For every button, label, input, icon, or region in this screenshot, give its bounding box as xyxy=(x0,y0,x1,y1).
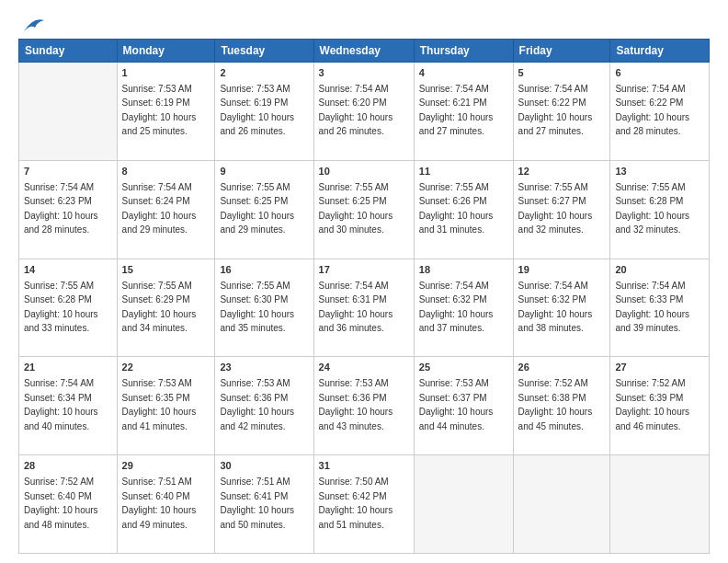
calendar-header-row: SundayMondayTuesdayWednesdayThursdayFrid… xyxy=(19,40,710,63)
day-info: Sunrise: 7:54 AM Sunset: 6:34 PM Dayligh… xyxy=(24,378,98,431)
day-number: 11 xyxy=(419,165,508,179)
calendar-cell xyxy=(513,455,610,554)
calendar-cell: 21Sunrise: 7:54 AM Sunset: 6:34 PM Dayli… xyxy=(19,357,118,455)
day-info: Sunrise: 7:55 AM Sunset: 6:30 PM Dayligh… xyxy=(220,281,294,334)
day-info: Sunrise: 7:52 AM Sunset: 6:40 PM Dayligh… xyxy=(24,477,98,530)
day-info: Sunrise: 7:54 AM Sunset: 6:21 PM Dayligh… xyxy=(419,84,494,137)
calendar-cell: 19Sunrise: 7:54 AM Sunset: 6:32 PM Dayli… xyxy=(513,259,610,357)
calendar-cell: 27Sunrise: 7:52 AM Sunset: 6:39 PM Dayli… xyxy=(610,357,710,455)
page: SundayMondayTuesdayWednesdayThursdayFrid… xyxy=(0,0,728,563)
calendar-cell xyxy=(610,455,710,554)
day-number: 8 xyxy=(122,165,210,179)
calendar-cell: 29Sunrise: 7:51 AM Sunset: 6:40 PM Dayli… xyxy=(117,455,215,554)
day-number: 31 xyxy=(319,459,409,474)
calendar-cell: 8Sunrise: 7:54 AM Sunset: 6:24 PM Daylig… xyxy=(117,160,215,259)
calendar-cell: 11Sunrise: 7:55 AM Sunset: 6:26 PM Dayli… xyxy=(414,160,513,259)
calendar-cell: 22Sunrise: 7:53 AM Sunset: 6:35 PM Dayli… xyxy=(117,357,215,455)
day-info: Sunrise: 7:55 AM Sunset: 6:27 PM Dayligh… xyxy=(518,182,593,236)
day-number: 18 xyxy=(419,263,508,278)
day-info: Sunrise: 7:54 AM Sunset: 6:32 PM Dayligh… xyxy=(518,281,593,334)
calendar-cell: 30Sunrise: 7:51 AM Sunset: 6:41 PM Dayli… xyxy=(215,455,313,554)
day-number: 2 xyxy=(220,66,308,81)
calendar-cell: 14Sunrise: 7:55 AM Sunset: 6:28 PM Dayli… xyxy=(19,259,118,357)
day-info: Sunrise: 7:54 AM Sunset: 6:33 PM Dayligh… xyxy=(615,281,689,334)
day-number: 26 xyxy=(518,361,606,375)
calendar-table: SundayMondayTuesdayWednesdayThursdayFrid… xyxy=(18,39,710,554)
calendar-week-1: 1Sunrise: 7:53 AM Sunset: 6:19 PM Daylig… xyxy=(19,63,710,161)
day-info: Sunrise: 7:55 AM Sunset: 6:29 PM Dayligh… xyxy=(122,281,197,334)
calendar-cell: 28Sunrise: 7:52 AM Sunset: 6:40 PM Dayli… xyxy=(19,455,118,554)
day-number: 27 xyxy=(615,361,704,375)
day-number: 21 xyxy=(24,361,112,375)
day-info: Sunrise: 7:54 AM Sunset: 6:20 PM Dayligh… xyxy=(319,84,393,137)
calendar-cell: 17Sunrise: 7:54 AM Sunset: 6:31 PM Dayli… xyxy=(313,259,414,357)
day-header-saturday: Saturday xyxy=(610,40,710,63)
day-info: Sunrise: 7:52 AM Sunset: 6:38 PM Dayligh… xyxy=(518,378,593,431)
day-header-thursday: Thursday xyxy=(414,40,513,63)
calendar-cell: 4Sunrise: 7:54 AM Sunset: 6:21 PM Daylig… xyxy=(414,63,513,161)
day-number: 17 xyxy=(319,263,409,278)
day-number: 19 xyxy=(518,263,606,278)
calendar-cell: 1Sunrise: 7:53 AM Sunset: 6:19 PM Daylig… xyxy=(117,63,215,161)
day-number: 1 xyxy=(122,66,210,81)
header xyxy=(18,15,710,29)
calendar-cell: 13Sunrise: 7:55 AM Sunset: 6:28 PM Dayli… xyxy=(610,160,710,259)
calendar-cell: 2Sunrise: 7:53 AM Sunset: 6:19 PM Daylig… xyxy=(215,63,313,161)
day-number: 12 xyxy=(518,165,606,179)
day-number: 5 xyxy=(518,66,606,81)
day-info: Sunrise: 7:53 AM Sunset: 6:19 PM Dayligh… xyxy=(122,84,197,137)
calendar-cell: 5Sunrise: 7:54 AM Sunset: 6:22 PM Daylig… xyxy=(513,63,610,161)
calendar-week-5: 28Sunrise: 7:52 AM Sunset: 6:40 PM Dayli… xyxy=(19,455,710,554)
calendar-cell: 20Sunrise: 7:54 AM Sunset: 6:33 PM Dayli… xyxy=(610,259,710,357)
day-info: Sunrise: 7:51 AM Sunset: 6:40 PM Dayligh… xyxy=(122,477,197,530)
day-info: Sunrise: 7:54 AM Sunset: 6:22 PM Dayligh… xyxy=(615,84,689,137)
day-number: 23 xyxy=(220,361,308,375)
day-info: Sunrise: 7:53 AM Sunset: 6:19 PM Dayligh… xyxy=(220,84,294,137)
day-number: 14 xyxy=(24,263,112,278)
day-info: Sunrise: 7:54 AM Sunset: 6:23 PM Dayligh… xyxy=(24,182,98,236)
logo xyxy=(18,15,46,29)
calendar-cell: 26Sunrise: 7:52 AM Sunset: 6:38 PM Dayli… xyxy=(513,357,610,455)
calendar-week-2: 7Sunrise: 7:54 AM Sunset: 6:23 PM Daylig… xyxy=(19,160,710,259)
day-number: 10 xyxy=(319,165,409,179)
day-number: 15 xyxy=(122,263,210,278)
day-header-tuesday: Tuesday xyxy=(215,40,313,63)
day-number: 29 xyxy=(122,459,210,474)
calendar-cell: 24Sunrise: 7:53 AM Sunset: 6:36 PM Dayli… xyxy=(313,357,414,455)
calendar-cell: 23Sunrise: 7:53 AM Sunset: 6:36 PM Dayli… xyxy=(215,357,313,455)
day-number: 30 xyxy=(220,459,308,474)
calendar-cell: 12Sunrise: 7:55 AM Sunset: 6:27 PM Dayli… xyxy=(513,160,610,259)
day-number: 9 xyxy=(220,165,308,179)
calendar-cell: 7Sunrise: 7:54 AM Sunset: 6:23 PM Daylig… xyxy=(19,160,118,259)
day-number: 22 xyxy=(122,361,210,375)
day-number: 20 xyxy=(615,263,704,278)
day-number: 16 xyxy=(220,263,308,278)
day-number: 13 xyxy=(615,165,704,179)
day-info: Sunrise: 7:53 AM Sunset: 6:36 PM Dayligh… xyxy=(319,378,393,431)
day-number: 28 xyxy=(24,459,112,474)
calendar-cell: 25Sunrise: 7:53 AM Sunset: 6:37 PM Dayli… xyxy=(414,357,513,455)
calendar-cell: 31Sunrise: 7:50 AM Sunset: 6:42 PM Dayli… xyxy=(313,455,414,554)
day-info: Sunrise: 7:55 AM Sunset: 6:25 PM Dayligh… xyxy=(220,182,294,236)
day-info: Sunrise: 7:54 AM Sunset: 6:31 PM Dayligh… xyxy=(319,281,393,334)
day-info: Sunrise: 7:54 AM Sunset: 6:32 PM Dayligh… xyxy=(419,281,494,334)
calendar-cell: 15Sunrise: 7:55 AM Sunset: 6:29 PM Dayli… xyxy=(117,259,215,357)
day-number: 3 xyxy=(319,66,409,81)
day-info: Sunrise: 7:51 AM Sunset: 6:41 PM Dayligh… xyxy=(220,477,294,530)
day-info: Sunrise: 7:52 AM Sunset: 6:39 PM Dayligh… xyxy=(615,378,689,431)
calendar-cell: 16Sunrise: 7:55 AM Sunset: 6:30 PM Dayli… xyxy=(215,259,313,357)
day-info: Sunrise: 7:54 AM Sunset: 6:22 PM Dayligh… xyxy=(518,84,593,137)
calendar-cell: 6Sunrise: 7:54 AM Sunset: 6:22 PM Daylig… xyxy=(610,63,710,161)
day-info: Sunrise: 7:53 AM Sunset: 6:35 PM Dayligh… xyxy=(122,378,197,431)
calendar-cell xyxy=(414,455,513,554)
day-info: Sunrise: 7:55 AM Sunset: 6:25 PM Dayligh… xyxy=(319,182,393,236)
calendar-week-4: 21Sunrise: 7:54 AM Sunset: 6:34 PM Dayli… xyxy=(19,357,710,455)
day-header-sunday: Sunday xyxy=(19,40,118,63)
day-info: Sunrise: 7:53 AM Sunset: 6:37 PM Dayligh… xyxy=(419,378,494,431)
day-number: 7 xyxy=(24,165,112,179)
day-info: Sunrise: 7:54 AM Sunset: 6:24 PM Dayligh… xyxy=(122,182,197,236)
calendar-cell: 9Sunrise: 7:55 AM Sunset: 6:25 PM Daylig… xyxy=(215,160,313,259)
calendar-cell: 18Sunrise: 7:54 AM Sunset: 6:32 PM Dayli… xyxy=(414,259,513,357)
logo-wing-icon xyxy=(20,15,46,35)
day-number: 24 xyxy=(319,361,409,375)
